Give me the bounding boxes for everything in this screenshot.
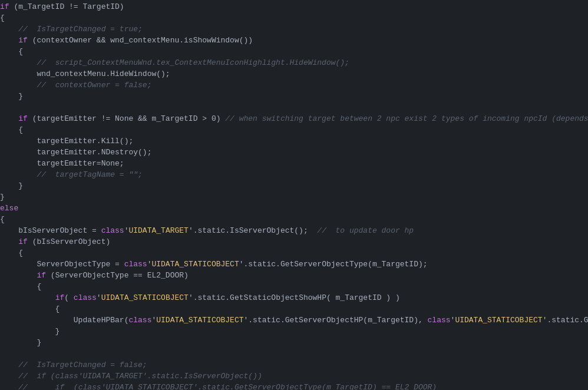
code-line: } <box>0 92 588 103</box>
code-line: { <box>0 215 588 226</box>
code-line: else <box>0 204 588 215</box>
code-line <box>0 349 588 361</box>
code-line: // script_ContextMenuWnd.tex_ContextMenu… <box>0 58 588 70</box>
code-line: wnd_contextMenu.HideWindow(); <box>0 70 588 81</box>
code-line: { <box>0 14 588 25</box>
code-line: { <box>0 125 588 137</box>
keyword: if <box>0 2 9 11</box>
code-line: { <box>0 249 588 260</box>
code-editor: if (m_TargetID != TargetID) { // IsTarge… <box>0 0 588 390</box>
code-line: if (targetEmitter != None && m_TargetID … <box>0 114 588 125</box>
code-line: // if (class'UIDATA_STATICOBJECT'.static… <box>0 383 588 390</box>
code-line: if (m_TargetID != TargetID) <box>0 2 588 14</box>
code-line: if (bIsServerObject) <box>0 237 588 249</box>
code-line: targetEmitter=None; <box>0 159 588 170</box>
code-line: // IsTargetChanged = false; <box>0 361 588 372</box>
code-line: bIsServerObject = class'UIDATA_TARGET'.s… <box>0 226 588 237</box>
code-line: } <box>0 327 588 338</box>
code-line: { <box>0 305 588 316</box>
code-line: if (ServerObjectType == EL2_DOOR) <box>0 271 588 282</box>
code-line: { <box>0 282 588 293</box>
code-line: } <box>0 193 588 204</box>
code-line: // if (class'UIDATA_TARGET'.static.IsSer… <box>0 372 588 383</box>
code-line: UpdateHPBar(class'UIDATA_STATICOBJECT'.s… <box>0 316 588 327</box>
code-line: if( class'UIDATA_STATICOBJECT'.static.Ge… <box>0 293 588 305</box>
code-line: targetEmitter.Kill(); <box>0 137 588 148</box>
code-line: { <box>0 47 588 58</box>
code-line: targetEmitter.NDestroy(); <box>0 148 588 159</box>
code-line: if (contextOwner && wnd_contextMenu.isSh… <box>0 36 588 47</box>
code-line: // contextOwner = false; <box>0 81 588 92</box>
code-line: // IsTargetChanged = true; <box>0 25 588 36</box>
code-line: } <box>0 338 588 349</box>
code-line <box>0 103 588 114</box>
code-line: // targetTagName = ""; <box>0 170 588 181</box>
code-line: ServerObjectType = class'UIDATA_STATICOB… <box>0 260 588 271</box>
code-line: } <box>0 181 588 193</box>
